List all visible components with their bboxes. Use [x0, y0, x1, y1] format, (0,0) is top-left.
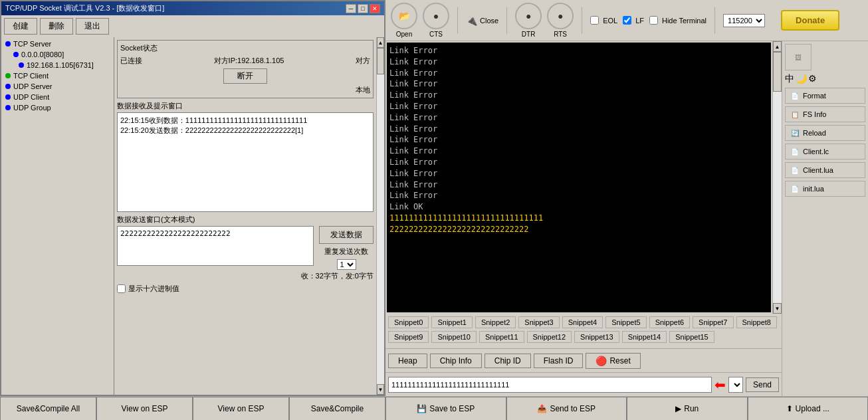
- scroll-down[interactable]: ▼: [377, 384, 384, 395]
- create-button[interactable]: 创建: [4, 18, 37, 35]
- sidebar-item-udp-client[interactable]: UDP Client: [3, 92, 112, 102]
- save-to-esp-button[interactable]: 💾 Save to ESP: [385, 397, 506, 420]
- terminal-scroll-down[interactable]: ▼: [773, 303, 782, 314]
- heap-button[interactable]: Heap: [388, 354, 427, 368]
- snippet-15[interactable]: Snippet15: [669, 331, 714, 343]
- cts-button[interactable]: ●: [423, 3, 449, 29]
- titlebar-buttons: ─ □ ✕: [346, 4, 380, 13]
- hide-terminal-group: Hide Terminal: [649, 16, 706, 25]
- open-button[interactable]: 📂: [391, 3, 417, 29]
- send-button[interactable]: Send: [746, 377, 779, 392]
- snippet-8[interactable]: Snippet8: [736, 316, 777, 328]
- maximize-btn[interactable]: □: [358, 4, 368, 13]
- upload-button[interactable]: ⬆ Upload ...: [748, 397, 869, 420]
- fs-info-button[interactable]: 📋 FS Info: [785, 106, 865, 122]
- repeat-select[interactable]: 1: [337, 259, 356, 270]
- hide-terminal-label: Hide Terminal: [662, 17, 706, 25]
- rts-label: RTS: [554, 31, 567, 38]
- scroll-thumb[interactable]: [377, 48, 384, 74]
- snippet-14[interactable]: Snippet14: [622, 331, 667, 343]
- lf-checkbox[interactable]: [623, 16, 631, 25]
- minimize-btn[interactable]: ─: [346, 4, 356, 13]
- eol-label: EOL: [603, 17, 617, 25]
- sidebar-item-tcp-client[interactable]: TCP Client: [3, 70, 112, 81]
- run-button[interactable]: ▶ Run: [627, 397, 748, 420]
- terminal-line: Link Error: [389, 157, 768, 168]
- open-label: Open: [396, 31, 412, 38]
- snippet-13[interactable]: Snippet13: [574, 331, 619, 343]
- terminal-line: Link Error: [389, 101, 768, 112]
- baud-rate-select[interactable]: 115200 9600 57600: [723, 14, 765, 27]
- format-button[interactable]: 📄 Format: [785, 88, 865, 104]
- delete-button[interactable]: 删除: [40, 18, 73, 35]
- sidebar-item-udp-server[interactable]: UDP Server: [3, 81, 112, 92]
- chip-info-button[interactable]: Chip Info: [430, 354, 482, 368]
- send-data-button[interactable]: 发送数据: [319, 226, 374, 244]
- data-send-section: 数据发送窗口(文本模式) 2222222222222222222222222 发…: [117, 215, 374, 281]
- sidebar-item-192[interactable]: 192.168.1.105[6731]: [3, 60, 112, 70]
- save-compile-all-button[interactable]: Save&Compile All: [0, 397, 96, 420]
- terminal-area[interactable]: Link Error Link Error Link Error Link Er…: [387, 43, 771, 312]
- snippet-3[interactable]: Snippet3: [518, 316, 559, 328]
- flash-id-button[interactable]: Flash ID: [534, 354, 584, 368]
- fs-info-icon: 📋: [790, 109, 800, 120]
- terminal-scrollbar: ▲ ▼: [772, 41, 782, 314]
- input-mode-select[interactable]: [728, 377, 743, 393]
- rts-button[interactable]: ●: [547, 3, 574, 29]
- run-icon: ▶: [675, 404, 681, 413]
- snippet-0[interactable]: Snippet0: [388, 316, 429, 328]
- toolbar-sep-2: [506, 7, 507, 34]
- cts-label: CTS: [429, 31, 443, 38]
- terminal-scroll-up[interactable]: ▲: [773, 41, 782, 52]
- view-on-esp-2-button[interactable]: View on ESP: [193, 397, 289, 420]
- connection-status: 已连接: [120, 56, 142, 66]
- init-lua-label: init.lua: [803, 185, 824, 193]
- eol-checkbox[interactable]: [590, 16, 599, 25]
- dot-icon: [5, 94, 11, 100]
- snippet-7[interactable]: Snippet7: [693, 316, 733, 328]
- exit-button[interactable]: 退出: [76, 18, 109, 35]
- snippet-12[interactable]: Snippet12: [527, 331, 572, 343]
- reload-button[interactable]: 🔄 Reload: [785, 125, 865, 141]
- close-btn[interactable]: ✕: [370, 4, 380, 13]
- disconnect-button[interactable]: 断开: [223, 68, 267, 84]
- hex-checkbox-input[interactable]: [117, 284, 126, 293]
- init-lua-button[interactable]: 📄 init.lua: [785, 181, 865, 197]
- snippet-11[interactable]: Snippet11: [479, 331, 524, 343]
- donate-button[interactable]: Donate: [781, 10, 839, 31]
- chinese-icon: 中: [785, 73, 794, 85]
- snippet-2[interactable]: Snippet2: [475, 316, 516, 328]
- bottom-send-input[interactable]: [388, 377, 712, 393]
- terminal-scroll-thumb[interactable]: [773, 52, 782, 92]
- sidebar-item-udp-group[interactable]: UDP Group: [3, 102, 112, 113]
- view-on-esp-1-button[interactable]: View on ESP: [96, 397, 193, 420]
- hide-terminal-checkbox[interactable]: [649, 16, 658, 25]
- send-to-esp-button[interactable]: 📤 Send to ESP: [506, 397, 627, 420]
- snippet-5[interactable]: Snippet5: [605, 316, 646, 328]
- snippet-4[interactable]: Snippet4: [562, 316, 603, 328]
- reset-button[interactable]: 🔴 Reset: [586, 353, 640, 369]
- terminal-line: Link Error: [389, 56, 768, 68]
- recv-line-1: 22:15:15收到数据：111111111111111111111111111…: [120, 116, 370, 126]
- data-send-textarea[interactable]: 2222222222222222222222222: [117, 226, 314, 266]
- data-send-controls: 发送数据 重复发送次数 1: [319, 226, 374, 270]
- send-icon: 📤: [537, 404, 547, 413]
- scroll-up[interactable]: ▲: [377, 37, 384, 48]
- terminal-line: Link Error: [389, 190, 768, 201]
- snippet-9[interactable]: Snippet9: [388, 331, 429, 343]
- save-compile-button[interactable]: Save&Compile: [289, 397, 385, 420]
- snippet-6[interactable]: Snippet6: [649, 316, 690, 328]
- sidebar-item-tcp-server[interactable]: TCP Server: [3, 39, 112, 49]
- chip-id-button[interactable]: Chip ID: [485, 354, 531, 368]
- dtr-button[interactable]: ●: [515, 3, 542, 29]
- dtr-label: DTR: [522, 31, 536, 38]
- reload-icon: 🔄: [790, 128, 800, 138]
- snippet-10[interactable]: Snippet10: [431, 331, 477, 343]
- bottom-input-bar: ⬅ Send: [385, 372, 782, 396]
- snippet-1[interactable]: Snippet1: [431, 316, 472, 328]
- client-lc-button[interactable]: 📄 Client.lc: [785, 144, 865, 159]
- sidebar-icons-row: 中 🌙 ⚙: [785, 73, 865, 85]
- local-suffix: 本地: [120, 85, 370, 95]
- client-lua-button[interactable]: 📄 Client.lua: [785, 162, 865, 178]
- sidebar-item-0000[interactable]: 0.0.0.0[8080]: [3, 49, 112, 60]
